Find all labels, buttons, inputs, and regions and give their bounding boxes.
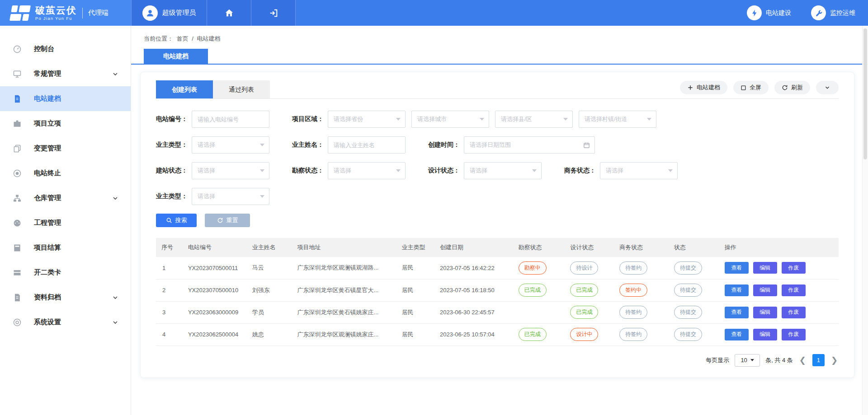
view-button[interactable]: 查看: [725, 284, 749, 296]
status-badge: 已完成: [519, 284, 547, 297]
station-table: 序号 电站编号 业主姓名 项目地址 业主类型 创建日期 勘察状态 设计状态 商务…: [156, 238, 839, 346]
view-button[interactable]: 查看: [725, 307, 749, 318]
station-no-input[interactable]: [192, 111, 269, 128]
per-page-select[interactable]: 10: [735, 354, 760, 367]
design-status-select[interactable]: 请选择: [464, 162, 542, 179]
tab-create-list[interactable]: 创建列表: [156, 80, 213, 98]
county-select[interactable]: 请选择县/区: [495, 111, 573, 128]
breadcrumb-separator: /: [192, 35, 193, 42]
create-station-button[interactable]: 电站建档: [680, 81, 727, 94]
reset-button[interactable]: 重置: [205, 214, 250, 227]
date-range-picker[interactable]: 请选择日期范围: [464, 136, 595, 154]
status-badge: 设计中: [570, 328, 598, 341]
user-icon: [145, 8, 155, 18]
refresh-button[interactable]: 刷新: [774, 81, 810, 94]
view-button[interactable]: 查看: [725, 262, 749, 274]
search-icon: [166, 217, 172, 224]
logout-button[interactable]: [251, 0, 296, 26]
caret-down-icon: [563, 118, 568, 121]
fullscreen-icon: [741, 85, 746, 91]
page-tab-station-archive[interactable]: 电站建档: [144, 49, 208, 64]
sidebar-item-project-settlement[interactable]: 项目结算: [0, 235, 131, 260]
search-button[interactable]: 搜索: [156, 214, 197, 227]
sidebar: 控制台 常规管理 电站建档 项目立项 变更管理 电站终止: [0, 26, 131, 415]
chevron-down-icon: [112, 294, 119, 301]
sidebar-item-data-archive[interactable]: 资料归档: [0, 285, 131, 310]
tab-passed-list[interactable]: 通过列表: [213, 80, 270, 98]
void-button[interactable]: 作废: [782, 262, 806, 274]
province-select[interactable]: 请选择省份: [328, 111, 406, 128]
chevron-down-icon: [112, 70, 119, 78]
sidebar-item-station-archive[interactable]: 电站建档: [0, 86, 131, 111]
status-badge: 已完成: [570, 284, 598, 297]
void-button[interactable]: 作废: [782, 284, 806, 296]
station-code: YX2023063000009: [185, 301, 250, 323]
caret-down-icon: [668, 169, 673, 172]
prev-page-button[interactable]: ❮: [798, 356, 807, 364]
brand-portal-label: 代理端: [88, 9, 108, 17]
logout-icon: [269, 8, 278, 18]
collapse-button[interactable]: [816, 81, 839, 94]
owner-type-label: 业主类型：: [156, 141, 188, 149]
status-badge: 待提交: [674, 284, 702, 297]
build-status-label: 建站状态：: [156, 167, 188, 175]
sidebar-item-engineering-mgmt[interactable]: 工程管理: [0, 210, 131, 235]
business-status-label: 商务状态：: [564, 167, 596, 175]
breadcrumb-home[interactable]: 首页: [177, 35, 189, 42]
table-header-row: 序号 电站编号 业主姓名 项目地址 业主类型 创建日期 勘察状态 设计状态 商务…: [156, 238, 839, 257]
edit-button[interactable]: 编辑: [753, 329, 777, 340]
void-button[interactable]: 作废: [782, 307, 806, 318]
edit-button[interactable]: 编辑: [753, 284, 777, 296]
status-badge: 勘察中: [519, 261, 547, 275]
edit-button[interactable]: 编辑: [753, 262, 777, 274]
username: 超级管理员: [162, 9, 196, 17]
void-button[interactable]: 作废: [782, 329, 806, 340]
fullscreen-button[interactable]: 全屏: [733, 81, 769, 94]
gauge-icon: [13, 219, 22, 228]
monitor-icon: [13, 70, 22, 79]
nav-monitor-ops[interactable]: 监控运维: [811, 5, 855, 20]
total-count-label: 条, 共 4 条: [765, 356, 793, 364]
sidebar-item-system-settings[interactable]: 系统设置: [0, 310, 131, 335]
filter-form: 电站编号： 项目区域： 请选择省份 请选择城市: [156, 111, 839, 227]
owner-type2-select[interactable]: 请选择: [192, 188, 269, 205]
caret-down-icon: [480, 118, 484, 121]
sidebar-item-general-mgmt[interactable]: 常规管理: [0, 61, 131, 86]
sidebar-item-change-mgmt[interactable]: 变更管理: [0, 136, 131, 161]
table-row: 1 YX2023070500011 马云 广东深圳龙华区观澜镇观湖路... 居民…: [156, 257, 839, 279]
user-menu[interactable]: 超级管理员: [131, 0, 207, 26]
owner-name-input[interactable]: [328, 136, 406, 154]
target-icon: [13, 169, 22, 178]
scrollbar-thumb[interactable]: [863, 28, 867, 159]
status-badge: 待提交: [674, 306, 702, 319]
sidebar-item-warehouse-mgmt[interactable]: 仓库管理: [0, 186, 131, 210]
caret-down-icon: [750, 359, 754, 361]
wrench-icon: [815, 9, 823, 17]
logo-icon: [9, 5, 32, 22]
owner-type2-label: 业主类型：: [156, 192, 188, 201]
home-button[interactable]: [207, 0, 251, 26]
nav-station-construction[interactable]: 电站建设: [747, 5, 791, 20]
page-number-button[interactable]: 1: [812, 354, 825, 366]
owner-name-label: 业主姓名：: [292, 141, 324, 149]
view-button[interactable]: 查看: [725, 329, 749, 340]
sidebar-item-station-termination[interactable]: 电站终止: [0, 161, 131, 186]
calculator-icon: [13, 243, 22, 252]
next-page-button[interactable]: ❯: [830, 356, 839, 364]
copy-icon: [13, 144, 22, 153]
village-select[interactable]: 请选择村镇/街道: [579, 111, 656, 128]
refresh-icon: [782, 84, 788, 91]
sidebar-item-console[interactable]: 控制台: [0, 37, 131, 61]
sidebar-item-project-initiation[interactable]: 项目立项: [0, 111, 131, 136]
edit-button[interactable]: 编辑: [753, 307, 777, 318]
survey-status-select[interactable]: 请选择: [328, 162, 406, 179]
brand-title: 破茧云伏: [35, 5, 77, 15]
status-badge: 已完成: [570, 306, 598, 319]
top-header: 破茧云伏 Po Jian Yun Fu 代理端 超级管理员: [0, 0, 868, 26]
sidebar-item-open-class2-card[interactable]: 开二类卡: [0, 260, 131, 285]
city-select[interactable]: 请选择城市: [411, 111, 489, 128]
business-status-select[interactable]: 请选择: [600, 162, 678, 179]
owner-type-select[interactable]: 请选择: [192, 136, 269, 154]
scrollbar-track: [862, 26, 868, 415]
build-status-select[interactable]: 请选择: [192, 162, 269, 179]
